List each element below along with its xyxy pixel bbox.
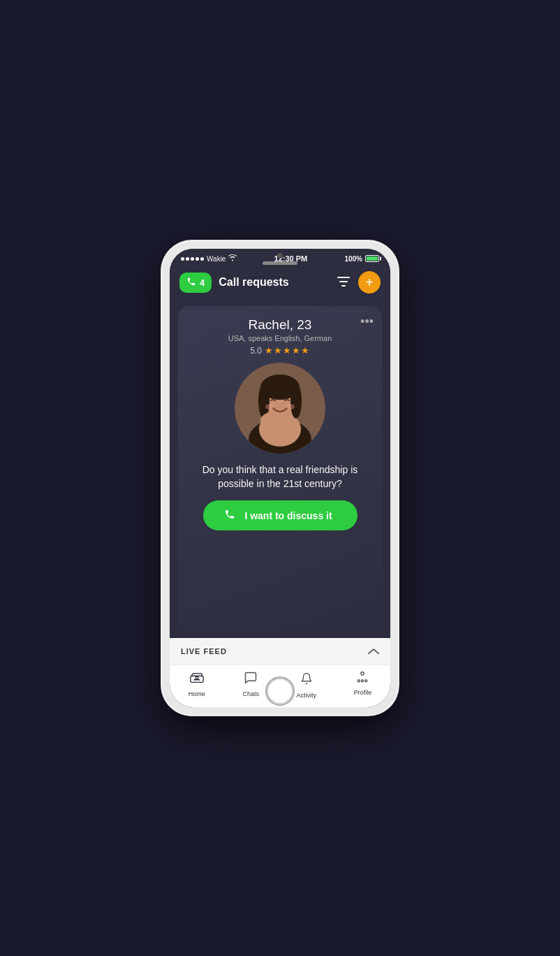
svg-rect-1 xyxy=(339,281,348,282)
chats-icon xyxy=(244,671,258,688)
svg-point-13 xyxy=(286,404,295,410)
avatar-image xyxy=(235,363,325,454)
live-feed-label: LIVE FEED xyxy=(181,647,227,656)
call-badge[interactable]: 4 xyxy=(179,273,212,293)
speaker xyxy=(263,261,297,265)
phone-icon xyxy=(186,277,196,289)
rating-stars: ★★★★★ xyxy=(265,345,310,356)
live-feed-chevron xyxy=(368,645,379,658)
svg-point-17 xyxy=(361,672,364,676)
nav-activity[interactable]: Activity xyxy=(297,671,317,699)
phone-screen: Wakie 12:30 PM 100% xyxy=(170,249,390,707)
profile-question: Do you think that a real friendship is p… xyxy=(189,463,371,491)
nav-chats[interactable]: Chats xyxy=(242,671,259,699)
svg-point-18 xyxy=(358,680,360,682)
profile-age: , 23 xyxy=(290,317,312,332)
battery-fill xyxy=(367,256,378,261)
home-label: Home xyxy=(189,690,205,697)
status-left: Wakie xyxy=(181,254,237,263)
profile-label: Profile xyxy=(354,689,372,696)
discuss-button[interactable]: I want to discuss it xyxy=(203,500,358,530)
svg-rect-2 xyxy=(341,285,346,287)
svg-point-11 xyxy=(290,384,302,419)
profile-icon xyxy=(356,671,369,687)
call-icon xyxy=(224,509,235,522)
header-bar: 4 Call requests + xyxy=(170,266,390,299)
svg-point-19 xyxy=(362,680,364,682)
nav-home[interactable]: Home xyxy=(189,671,205,699)
carrier-name: Wakie xyxy=(207,255,226,263)
svg-point-20 xyxy=(365,680,367,682)
profile-card: ••• Rachel, 23 USA, speaks English, Germ… xyxy=(178,306,382,631)
live-feed-bar[interactable]: LIVE FEED xyxy=(170,638,390,665)
filter-icon[interactable] xyxy=(337,275,350,290)
svg-rect-0 xyxy=(337,277,350,278)
battery-percent: 100% xyxy=(344,255,362,263)
status-right: 100% xyxy=(344,255,379,263)
activity-label: Activity xyxy=(297,692,317,699)
rating-number: 5.0 xyxy=(250,346,262,356)
wifi-icon xyxy=(228,254,237,263)
profile-name-line: Rachel, 23 xyxy=(249,317,312,333)
home-button[interactable] xyxy=(265,676,295,706)
profile-rating: 5.0 ★★★★★ xyxy=(250,345,310,356)
header-title: Call requests xyxy=(219,276,337,289)
front-camera xyxy=(277,253,283,259)
chats-label: Chats xyxy=(242,690,259,697)
activity-icon xyxy=(300,671,313,690)
main-content: ••• Rachel, 23 USA, speaks English, Germ… xyxy=(170,299,390,638)
phone-mockup: Wakie 12:30 PM 100% xyxy=(161,240,399,716)
battery-icon xyxy=(365,255,379,262)
discuss-btn-label: I want to discuss it xyxy=(241,510,337,521)
nav-profile[interactable]: Profile xyxy=(354,671,372,699)
badge-count: 4 xyxy=(200,277,205,288)
home-icon xyxy=(189,671,205,688)
profile-avatar xyxy=(235,363,325,454)
signal-dots xyxy=(181,257,204,261)
profile-meta: USA, speaks English, German xyxy=(228,334,332,342)
more-options-button[interactable]: ••• xyxy=(360,314,374,329)
svg-point-16 xyxy=(196,676,198,679)
svg-point-12 xyxy=(265,404,274,410)
profile-name: Rachel, 23 xyxy=(249,317,312,332)
add-button[interactable]: + xyxy=(358,271,381,294)
phone-top-details xyxy=(263,253,297,265)
